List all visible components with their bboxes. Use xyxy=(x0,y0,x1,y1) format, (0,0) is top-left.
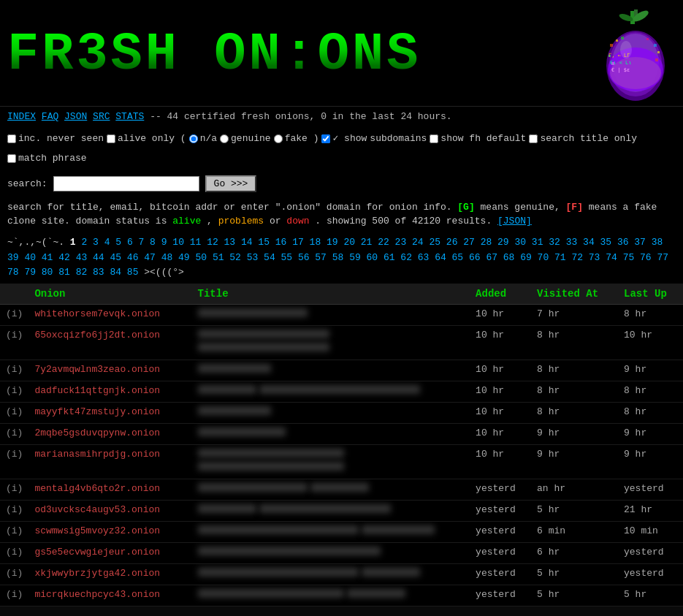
page-link-52[interactable]: 52 xyxy=(224,252,240,263)
page-link-84[interactable]: 84 xyxy=(104,267,121,278)
page-link-85[interactable]: 85 xyxy=(121,267,138,278)
show-label[interactable]: ✓ show xyxy=(321,130,367,147)
page-link-25[interactable]: 25 xyxy=(424,237,440,248)
page-link-48[interactable]: 48 xyxy=(156,252,172,263)
page-link-70[interactable]: 70 xyxy=(532,252,549,263)
page-link-77[interactable]: 77 xyxy=(652,252,668,263)
onion-link[interactable]: micrqkuechpcyc43.onion xyxy=(34,589,160,600)
page-link-43[interactable]: 43 xyxy=(70,252,87,263)
page-link-41[interactable]: 41 xyxy=(36,252,53,263)
info-link[interactable]: (i) xyxy=(6,308,23,319)
info-link[interactable]: (i) xyxy=(6,483,23,494)
page-link-11[interactable]: 11 xyxy=(184,237,201,248)
page-link-69[interactable]: 69 xyxy=(514,252,531,263)
page-link-54[interactable]: 54 xyxy=(258,252,275,263)
page-link-82[interactable]: 82 xyxy=(70,267,87,278)
page-link-57[interactable]: 57 xyxy=(310,252,327,263)
show-checkbox[interactable] xyxy=(321,134,330,143)
onion-link[interactable]: 7y2avmqwlnm3zeao.onion xyxy=(34,364,160,375)
page-link-15[interactable]: 15 xyxy=(253,237,270,248)
page-link-37[interactable]: 37 xyxy=(629,237,646,248)
page-link-14[interactable]: 14 xyxy=(235,237,252,248)
page-link-18[interactable]: 18 xyxy=(304,237,321,248)
page-link-50[interactable]: 50 xyxy=(190,252,207,263)
page-link-22[interactable]: 22 xyxy=(372,237,389,248)
page-link-64[interactable]: 64 xyxy=(429,252,446,263)
nav-src[interactable]: SRC xyxy=(93,111,110,122)
page-link-20[interactable]: 20 xyxy=(338,237,355,248)
info-link[interactable]: (i) xyxy=(6,504,23,515)
inc-never-label[interactable]: inc. never seen xyxy=(7,130,104,147)
page-link-16[interactable]: 16 xyxy=(270,237,286,248)
alive-only-checkbox[interactable] xyxy=(107,134,115,143)
page-link-74[interactable]: 74 xyxy=(600,252,617,263)
page-link-81[interactable]: 81 xyxy=(53,267,69,278)
page-link-47[interactable]: 47 xyxy=(138,252,155,263)
info-link[interactable]: (i) xyxy=(6,364,23,375)
page-link-62[interactable]: 62 xyxy=(395,252,412,263)
nav-faq[interactable]: FAQ xyxy=(42,111,58,122)
page-link-45[interactable]: 45 xyxy=(104,252,121,263)
alive-only-label[interactable]: alive only ( xyxy=(107,130,186,147)
page-link-68[interactable]: 68 xyxy=(497,252,514,263)
json-results-link[interactable]: [JSON] xyxy=(497,216,532,227)
page-link-60[interactable]: 60 xyxy=(361,252,378,263)
page-link-79[interactable]: 79 xyxy=(19,267,36,278)
page-link-59[interactable]: 59 xyxy=(343,252,360,263)
page-link-55[interactable]: 55 xyxy=(275,252,292,263)
page-link-67[interactable]: 67 xyxy=(481,252,497,263)
page-link-39[interactable]: 39 xyxy=(7,252,19,263)
info-link[interactable]: (i) xyxy=(6,427,23,438)
search-input[interactable] xyxy=(53,176,199,191)
info-link[interactable]: (i) xyxy=(6,589,23,600)
page-link-66[interactable]: 66 xyxy=(463,252,480,263)
page-link-27[interactable]: 27 xyxy=(457,237,474,248)
nav-stats[interactable]: STATS xyxy=(115,111,144,122)
page-link-26[interactable]: 26 xyxy=(440,237,457,248)
page-link-23[interactable]: 23 xyxy=(389,237,406,248)
page-link-73[interactable]: 73 xyxy=(583,252,600,263)
page-link-65[interactable]: 65 xyxy=(446,252,463,263)
radio-genuine[interactable] xyxy=(220,134,229,143)
page-link-29[interactable]: 29 xyxy=(492,237,508,248)
info-link[interactable]: (i) xyxy=(6,525,23,536)
onion-link[interactable]: xkjwwybrzjytga42.onion xyxy=(34,568,160,579)
page-link-32[interactable]: 32 xyxy=(543,237,560,248)
page-link-80[interactable]: 80 xyxy=(36,267,53,278)
page-link-46[interactable]: 46 xyxy=(121,252,138,263)
match-phrase-checkbox[interactable] xyxy=(7,154,16,163)
onion-link[interactable]: dadfuck11qttgnjk.onion xyxy=(34,385,160,396)
page-link-24[interactable]: 24 xyxy=(406,237,423,248)
match-phrase-label[interactable]: match phrase xyxy=(7,150,87,167)
page-link-35[interactable]: 35 xyxy=(595,237,611,248)
info-link[interactable]: (i) xyxy=(6,330,23,341)
page-link-63[interactable]: 63 xyxy=(412,252,429,263)
page-link-31[interactable]: 31 xyxy=(526,237,543,248)
page-link-34[interactable]: 34 xyxy=(577,237,594,248)
page-link-4[interactable]: 4 xyxy=(99,237,110,248)
page-link-61[interactable]: 61 xyxy=(378,252,394,263)
info-link[interactable]: (i) xyxy=(6,547,23,558)
page-link-49[interactable]: 49 xyxy=(172,252,189,263)
info-link[interactable]: (i) xyxy=(6,406,23,417)
page-link-8[interactable]: 8 xyxy=(144,237,156,248)
page-link-44[interactable]: 44 xyxy=(87,252,104,263)
info-link[interactable]: (i) xyxy=(6,385,23,396)
radio-fake[interactable] xyxy=(274,134,283,143)
page-link-36[interactable]: 36 xyxy=(611,237,628,248)
page-link-3[interactable]: 3 xyxy=(87,237,99,248)
page-link-5[interactable]: 5 xyxy=(110,237,121,248)
page-link-72[interactable]: 72 xyxy=(566,252,583,263)
onion-link[interactable]: mayyfkt47zmstujy.onion xyxy=(34,406,160,417)
page-link-42[interactable]: 42 xyxy=(53,252,69,263)
page-link-12[interactable]: 12 xyxy=(201,237,218,248)
show-fh-label[interactable]: show fh default xyxy=(430,130,526,147)
onion-link[interactable]: whitehorsem7evqk.onion xyxy=(34,308,160,319)
info-link[interactable]: (i) xyxy=(6,449,23,460)
nav-index[interactable]: INDEX xyxy=(7,111,36,122)
page-link-7[interactable]: 7 xyxy=(133,237,145,248)
page-link-83[interactable]: 83 xyxy=(87,267,104,278)
page-link-28[interactable]: 28 xyxy=(475,237,492,248)
page-link-30[interactable]: 30 xyxy=(509,237,526,248)
onion-link[interactable]: scwmwsig5mvoyz32.onion xyxy=(34,525,160,536)
